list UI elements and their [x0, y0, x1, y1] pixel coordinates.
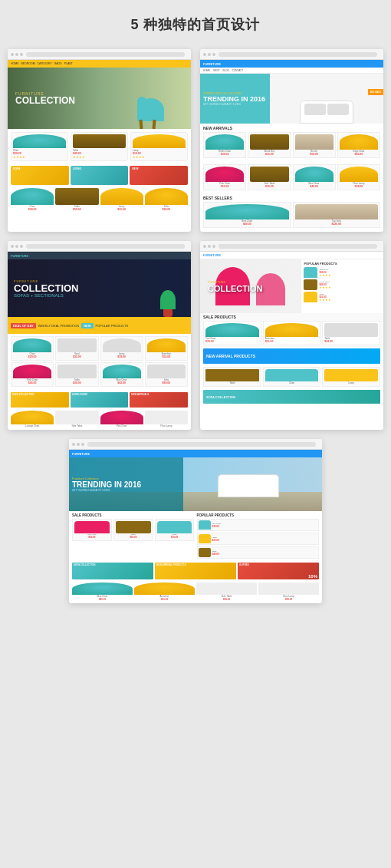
chair-leg-right — [152, 120, 156, 129]
product-image — [295, 204, 379, 219]
popular-img — [199, 520, 211, 530]
mini-item: Floor Lamp — [145, 411, 188, 427]
mini-price: $38.00 — [196, 598, 257, 601]
card5-nav: FURNITURE — [69, 450, 322, 457]
product-image — [205, 167, 244, 182]
preview-card-2[interactable]: FURNITURE HOME SHOP BLOG CONTACT Furnitu… — [200, 49, 383, 232]
living-label: LIVING — [73, 167, 82, 170]
nav-item: HOME — [11, 62, 19, 65]
product-price: $120.00 — [295, 223, 379, 226]
featured-image — [145, 188, 188, 205]
trending-sub: GET YOURSELF A BEAUTY LIVING — [203, 103, 271, 106]
dot — [81, 443, 84, 446]
new-arrivals-banner: NEW — [130, 166, 188, 185]
card2-new-arrivals: NEW ARRIVALS Roller Chair $39.00 Wood Bo… — [200, 124, 383, 162]
popular-item: Teal Chair $39.00 — [197, 519, 320, 531]
product-image — [13, 365, 51, 378]
mini-item: Pink Chair — [100, 411, 143, 427]
product-item: Lamp $19.00 ★★★★ — [130, 132, 188, 161]
nav-item: BAGS — [54, 62, 62, 65]
sofa-banner-label: SOFA COLLECTION — [74, 563, 95, 566]
mini-image — [145, 411, 188, 424]
featured-image — [100, 188, 143, 205]
product-image — [58, 365, 96, 378]
nav-item: BLOG — [223, 69, 229, 72]
product-price: $45.00 — [340, 153, 378, 156]
product-price: $59.00 — [295, 153, 334, 156]
hero-content: Furniture Collection TRENDING IN 2016 GE… — [69, 457, 183, 511]
preview-card-3[interactable]: FURNITURE FURNITURE COLLECTION SOFAS + S… — [8, 241, 191, 430]
plant-decoration — [160, 290, 176, 317]
card1-hero: FURNITURE COLLECTION — [8, 68, 191, 129]
card5-bottom-sections: SOFA COLLECTION NEW ARRIVAL PRODUCTS ULI… — [69, 561, 322, 581]
mini-item: Side Table — [55, 411, 98, 427]
collection-big: COLLECTION — [208, 284, 263, 293]
preview-card-4[interactable]: FURNITURE FURNITURE COLLECTION POPULAR P… — [200, 241, 383, 430]
popular-stars: ★★★★ — [319, 299, 331, 302]
hero-right-panel — [270, 74, 383, 124]
product-image — [295, 167, 334, 182]
url-bar — [26, 52, 185, 57]
sale-img — [74, 521, 110, 533]
sale-item: Chair $35.00 — [155, 519, 195, 541]
sale-price: $45.00 — [74, 536, 110, 539]
product-item: Table — [203, 367, 261, 387]
sofa-label: SOFA — [13, 167, 21, 170]
nav-item: CONTACT — [232, 69, 243, 72]
product-image — [133, 134, 186, 148]
preview-card-1[interactable]: HOME BEDROOM CATEGORY BAGS PLANT FURNITU… — [8, 49, 191, 232]
popular-price: $49.00 — [212, 553, 219, 556]
best-sellers-title: BEST SELLERS — [203, 196, 380, 200]
browser-chrome-5 — [69, 439, 322, 450]
product-image — [205, 204, 289, 219]
product-row-2: Pink Chair $45.00 Table $39.00 Blue Chai… — [11, 362, 188, 387]
browser-dots — [11, 53, 23, 56]
sale-item: Pink Chair $45.00 — [72, 519, 112, 541]
sale-title: SALE PRODUCTS — [72, 513, 195, 517]
sale-label: BIG SALE — [370, 91, 382, 94]
preview-grid: HOME BEDROOM CATEGORY BAGS PLANT FURNITU… — [8, 49, 383, 603]
product-img — [205, 369, 259, 381]
sale-item: Table $39.00 — [113, 519, 153, 541]
mini-product: Blue Chair $42.00 — [72, 583, 133, 601]
new-banner-label: NEW ARRIVAL PRODUCTS — [156, 563, 186, 566]
product-item: Table $39.00 — [55, 362, 98, 387]
sofa-collection-bar: SOFA COLLECTION — [203, 390, 380, 404]
card5-logo: FURNITURE — [72, 452, 90, 456]
chair-seat — [137, 98, 164, 121]
sale-image — [205, 323, 259, 337]
card2-more-products: Pink Chair $55.00 Side Table $35.00 Blue… — [200, 162, 383, 194]
product-price: $49.00 — [205, 223, 289, 226]
sale-image — [265, 323, 319, 337]
product-image — [73, 134, 126, 148]
trending-year: TRENDING IN 2016 — [203, 95, 271, 103]
card3-section-banners: SOFA COLLECTION LIVING ROOM NEW ARRIVALS — [8, 391, 191, 409]
new-arrivals-title: NEW ARRIVALS — [203, 126, 380, 130]
mini-img — [72, 583, 133, 595]
preview-card-5[interactable]: FURNITURE Furniture Collection TRENDING … — [69, 439, 322, 603]
card2-logo: FURNITURE — [203, 62, 221, 66]
popular-title: POPULAR PRODUCTS — [197, 513, 320, 517]
trending-sub: GET YOURSELF A BEAUTY LIVING — [72, 489, 180, 492]
dot-green — [20, 53, 23, 56]
featured-item: Sofa $99.00 — [145, 188, 188, 211]
dot — [212, 53, 215, 56]
product-image — [13, 338, 51, 352]
sofa-decoration — [300, 101, 353, 124]
living-banner: LIVING — [71, 166, 129, 185]
featured-item: Chair $39.00 — [11, 188, 54, 211]
dot-red — [11, 53, 14, 56]
sale-price: $39.00 — [116, 536, 151, 539]
browser-dots — [203, 53, 215, 56]
featured-image — [11, 188, 54, 205]
product-item: Stool $35.00 — [55, 336, 98, 361]
featured-price: $99.00 — [145, 208, 188, 211]
collection-text: FURNITURE COLLECTION SOFAS + SECTIONALS — [14, 279, 79, 298]
product-price: $19.00 — [103, 355, 141, 358]
product-row: Roller Chair $39.00 Wood Box $25.00 Benc… — [203, 132, 380, 158]
best-seller-row: Best Chair $49.00 Top Sofa $120.00 — [203, 202, 380, 228]
card3-mini-items: Lounge Chair Side Table Pink Chair Floor… — [8, 409, 191, 430]
popular-info: Lamp $22.00 — [212, 536, 219, 542]
product-item: Blue Chair $42.00 — [293, 164, 336, 190]
sofa-decoration — [218, 474, 279, 497]
